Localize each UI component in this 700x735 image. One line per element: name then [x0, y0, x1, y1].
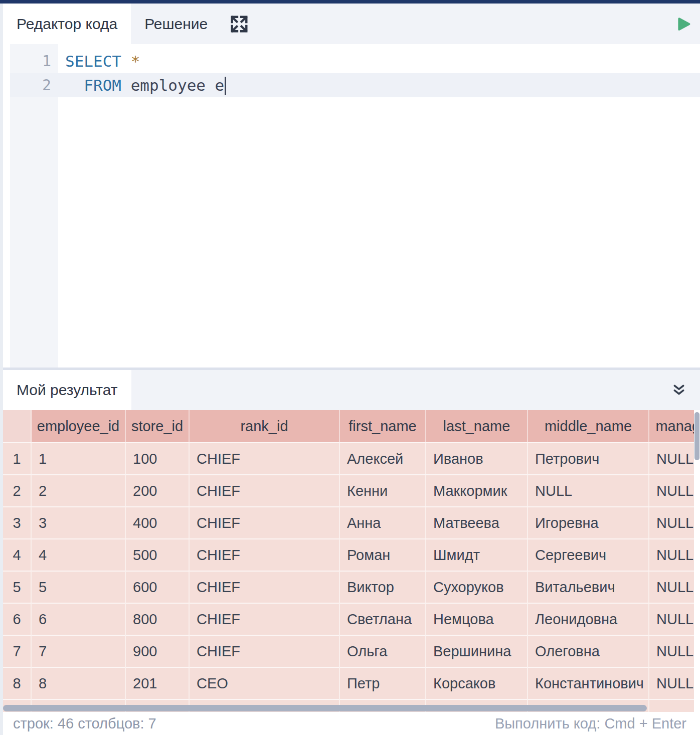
table-cell: CHIEF	[190, 442, 340, 474]
collapse-results-button[interactable]	[671, 382, 686, 399]
table-cell: 201	[126, 667, 190, 699]
column-header-middle_name: middle_name	[528, 410, 649, 442]
table-cell	[649, 699, 694, 713]
tab-code-editor[interactable]: Редактор кода	[3, 4, 131, 44]
results-tabbar: Мой результат	[3, 370, 700, 410]
tab-my-result[interactable]: Мой результат	[3, 370, 131, 410]
table-cell: CEO	[190, 667, 340, 699]
table-cell: Алексей	[340, 442, 426, 474]
text-cursor	[225, 77, 226, 95]
code-editor[interactable]: 1SELECT *2 FROM employee e	[3, 44, 700, 368]
page-left-edge	[0, 4, 3, 735]
table-cell: Вершинина	[426, 635, 528, 667]
table-cell: Виктор	[340, 571, 426, 603]
table-cell: Петрович	[528, 442, 649, 474]
column-header-manager_id: manager_id	[649, 410, 694, 442]
column-header-store_id: store_id	[126, 410, 190, 442]
table-row: 77900CHIEFОльгаВершининаОлеговнаNULL	[3, 635, 694, 667]
results-table: employee_idstore_idrank_idfirst_namelast…	[3, 410, 694, 713]
row-number-cell: 7	[3, 635, 32, 667]
table-cell: NULL	[649, 442, 694, 474]
code-token-keyword: FROM	[84, 76, 121, 94]
table-cell: NULL	[649, 571, 694, 603]
table-header-row: employee_idstore_idrank_idfirst_namelast…	[3, 410, 694, 442]
table-cell: Сухоруков	[426, 571, 528, 603]
table-cell: CHIEF	[190, 635, 340, 667]
table-cell: Маккормик	[426, 474, 528, 506]
table-cell: 8	[32, 667, 126, 699]
run-code-button[interactable]	[675, 16, 692, 33]
code-text: SELECT *	[58, 49, 700, 73]
code-token-plain	[121, 52, 131, 70]
table-cell: 100	[126, 442, 190, 474]
table-cell: CHIEF	[190, 603, 340, 635]
table-cell: Ольга	[340, 635, 426, 667]
row-number-cell: 6	[3, 603, 32, 635]
row-column-count: строк: 46 столбцов: 7	[13, 715, 156, 732]
column-header-rank_id: rank_id	[190, 410, 340, 442]
table-cell: CHIEF	[190, 571, 340, 603]
table-cell: NULL	[649, 506, 694, 538]
row-number-cell: 1	[3, 442, 32, 474]
code-text: FROM employee e	[58, 73, 700, 97]
tab-solution[interactable]: Решение	[131, 4, 221, 44]
code-token-keyword: SELECT	[65, 52, 121, 70]
play-icon	[675, 16, 692, 33]
table-cell: CHIEF	[190, 538, 340, 571]
code-lines: 1SELECT *2 FROM employee e	[3, 49, 700, 97]
table-cell: 7	[32, 635, 126, 667]
status-bar: строк: 46 столбцов: 7 Выполнить код: Cmd…	[3, 712, 700, 735]
table-cell: Корсаков	[426, 667, 528, 699]
column-header-employee_id: employee_id	[32, 410, 126, 442]
table-cell: 400	[126, 506, 190, 538]
horizontal-scrollbar[interactable]	[3, 705, 647, 711]
code-token-plain: employee e	[121, 76, 224, 94]
column-header-last_name: last_name	[426, 410, 528, 442]
table-cell: 5	[32, 571, 126, 603]
vertical-scrollbar[interactable]	[694, 412, 699, 460]
table-cell: 6	[32, 603, 126, 635]
table-row: 11100CHIEFАлексейИвановПетровичNULL	[3, 442, 694, 474]
table-cell: CHIEF	[190, 474, 340, 506]
table-cell: Сергеевич	[528, 538, 649, 571]
table-body: 11100CHIEFАлексейИвановПетровичNULL22200…	[3, 442, 694, 713]
table-row: 22200CHIEFКенниМаккормикNULLNULL	[3, 474, 694, 506]
table-cell: Анна	[340, 506, 426, 538]
code-line[interactable]: 2 FROM employee e	[3, 73, 700, 97]
table-cell: Роман	[340, 538, 426, 571]
double-chevron-down-icon	[671, 382, 686, 399]
results-table-wrap: employee_idstore_idrank_idfirst_namelast…	[3, 410, 694, 713]
code-token-operator: *	[131, 52, 140, 70]
row-number-cell: 4	[3, 538, 32, 571]
table-cell: 900	[126, 635, 190, 667]
table-row: 55600CHIEFВикторСухоруковВитальевичNULL	[3, 571, 694, 603]
line-number: 1	[3, 49, 58, 73]
table-cell: Игоревна	[528, 506, 649, 538]
table-cell: Кенни	[340, 474, 426, 506]
table-cell: Петр	[340, 667, 426, 699]
row-number-cell: 3	[3, 506, 32, 538]
table-cell: Витальевич	[528, 571, 649, 603]
fullscreen-button[interactable]	[228, 13, 250, 35]
editor-tabbar: Редактор кодаРешение	[3, 4, 700, 44]
table-cell: 3	[32, 506, 126, 538]
table-cell: NULL	[649, 603, 694, 635]
code-token-plain	[65, 76, 84, 94]
table-cell: NULL	[649, 635, 694, 667]
table-cell: 500	[126, 538, 190, 571]
table-row: 44500CHIEFРоманШмидтСергеевичNULL	[3, 538, 694, 571]
table-row: 88201CEOПетрКорсаковКонстантиновичNULL	[3, 667, 694, 699]
editor-tab-list: Редактор кодаРешение	[3, 4, 221, 44]
table-cell: 600	[126, 571, 190, 603]
table-cell: CHIEF	[190, 506, 340, 538]
table-cell: 1	[32, 442, 126, 474]
table-cell: NULL	[528, 474, 649, 506]
code-line[interactable]: 1SELECT *	[3, 49, 700, 73]
table-cell: Леонидовна	[528, 603, 649, 635]
table-cell: NULL	[649, 538, 694, 571]
table-cell: NULL	[649, 474, 694, 506]
top-accent-bar	[0, 0, 700, 4]
row-number-header	[3, 410, 32, 442]
table-row: 33400CHIEFАннаМатвееваИгоревнаNULL	[3, 506, 694, 538]
table-cell: Шмидт	[426, 538, 528, 571]
